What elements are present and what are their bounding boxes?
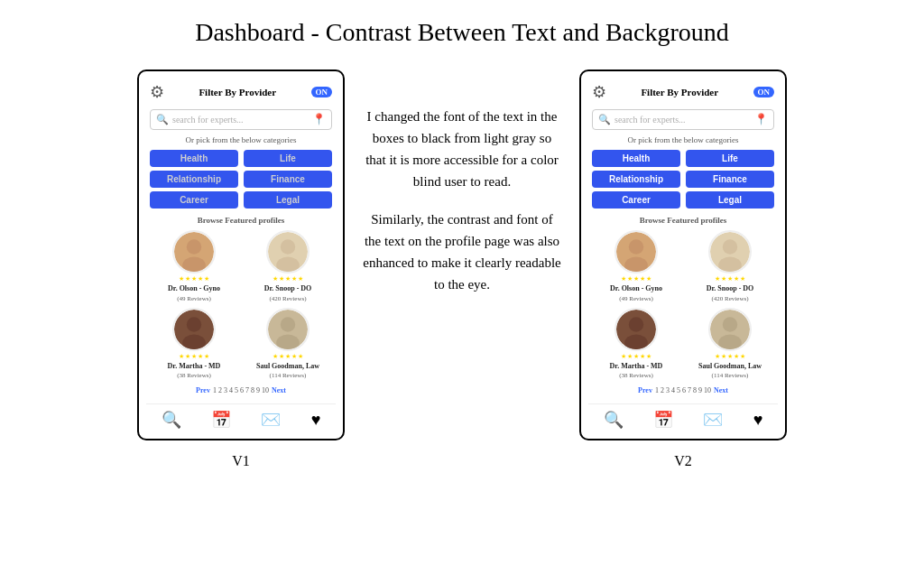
v2-bottom-nav: 🔍 📅 ✉️ ♥ [588, 403, 778, 430]
svg-point-10 [281, 317, 296, 332]
v1-btn-career[interactable]: Career [150, 191, 238, 209]
v1-filter-text: Filter By Provider [199, 87, 276, 97]
v2-heart-nav-icon[interactable]: ♥ [753, 411, 763, 430]
v2-avatar-3 [614, 308, 658, 351]
v2-btn-health[interactable]: Health [592, 150, 680, 167]
v2-name-1: Dr. Olson - Gyno [610, 284, 662, 293]
v1-name-1: Dr. Olson - Gyno [168, 284, 220, 293]
v1-reviews-1: (49 Reviews) [177, 295, 211, 302]
middle-description: I changed the font of the text in the bo… [363, 106, 561, 311]
v2-avatar-4 [708, 308, 752, 351]
v2-btn-career[interactable]: Career [592, 191, 680, 209]
v2-btn-legal[interactable]: Legal [686, 191, 774, 209]
v2-calendar-nav-icon[interactable]: 📅 [653, 410, 673, 430]
v1-row-3: Career Legal [150, 191, 332, 209]
v1-profile-3: ★★★★★ Dr. Martha - MD (38 Reviews) [150, 308, 238, 380]
v2-location-icon: 📍 [754, 113, 768, 126]
v1-btn-finance[interactable]: Finance [244, 171, 332, 188]
v1-prev[interactable]: Prev [196, 386, 210, 394]
v1-btn-life[interactable]: Life [244, 150, 332, 167]
v2-profiles-label: Browse Featured profiles [588, 216, 778, 225]
v1-heart-nav-icon[interactable]: ♥ [311, 411, 321, 430]
v2-name-3: Dr. Martha - MD [610, 362, 663, 371]
v1-categories-label: Or pick from the below categories [146, 135, 336, 144]
v2-categories-grid: Health Life Relationship Finance Career … [592, 150, 774, 209]
v2-profile-1: ★★★★★ Dr. Olson - Gyno (49 Reviews) [592, 230, 680, 302]
v1-search-bar[interactable]: 🔍 search for experts... 📍 [150, 109, 332, 130]
v2-row-2: Relationship Finance [592, 171, 774, 188]
v2-label: V2 [674, 453, 692, 469]
v2-avatar-2 [708, 230, 752, 273]
v2-stars-3: ★★★★★ [621, 353, 652, 360]
svg-point-13 [629, 239, 644, 255]
v1-search-icon: 🔍 [156, 114, 169, 125]
v1-phone-container: ⚙ Filter By Provider ON 🔍 search for exp… [137, 70, 345, 469]
description-p1: I changed the font of the text in the bo… [363, 106, 561, 192]
v1-stars-4: ★★★★★ [273, 353, 304, 360]
v1-profiles-label: Browse Featured profiles [146, 216, 336, 225]
v2-btn-finance[interactable]: Finance [686, 171, 774, 188]
v2-profile-2: ★★★★★ Dr. Snoop - DO (420 Reviews) [686, 230, 774, 302]
description-p2: Similarly, the contrast and font of the … [363, 209, 561, 295]
v2-gear-icon: ⚙ [592, 82, 606, 102]
v1-avatar-4 [266, 308, 310, 351]
v1-profiles-grid: ★★★★★ Dr. Olson - Gyno (49 Reviews) ★★★★… [150, 230, 332, 379]
v2-header: ⚙ Filter By Provider ON [588, 80, 778, 104]
svg-point-7 [187, 317, 202, 332]
v1-search-nav-icon[interactable]: 🔍 [162, 410, 181, 430]
gear-icon: ⚙ [150, 82, 164, 102]
v1-label: V1 [232, 453, 250, 469]
v1-name-2: Dr. Snoop - DO [264, 284, 312, 293]
v2-toggle[interactable]: ON [753, 87, 775, 97]
v1-name-3: Dr. Martha - MD [168, 362, 221, 371]
v2-search-nav-icon[interactable]: 🔍 [604, 410, 624, 430]
v1-stars-3: ★★★★★ [179, 353, 210, 360]
v1-row-2: Relationship Finance [150, 171, 332, 188]
v1-location-icon: 📍 [312, 113, 326, 126]
page-title: Dashboard - Contrast Between Text and Ba… [195, 18, 729, 47]
v1-stars-1: ★★★★★ [179, 275, 210, 283]
v1-reviews-4: (114 Reviews) [270, 372, 307, 379]
v1-profile-1: ★★★★★ Dr. Olson - Gyno (49 Reviews) [150, 230, 238, 302]
v2-prev[interactable]: Prev [638, 386, 652, 394]
v1-toggle[interactable]: ON [311, 87, 333, 97]
v1-next[interactable]: Next [272, 386, 286, 394]
v2-filter-text: Filter By Provider [641, 87, 718, 97]
v1-message-nav-icon[interactable]: ✉️ [261, 410, 281, 430]
v2-row-3: Career Legal [592, 191, 774, 209]
v1-btn-relationship[interactable]: Relationship [150, 171, 238, 188]
v2-pagination: Prev 1 2 3 4 5 6 7 8 9 10 Next [588, 386, 778, 394]
v2-stars-4: ★★★★★ [715, 353, 746, 360]
v2-btn-relationship[interactable]: Relationship [592, 171, 680, 188]
v1-header: ⚙ Filter By Provider ON [146, 80, 336, 104]
v1-pagination: Prev 1 2 3 4 5 6 7 8 9 10 Next [146, 386, 336, 394]
v2-reviews-2: (420 Reviews) [711, 295, 748, 302]
v2-search-bar[interactable]: 🔍 search for experts... 📍 [592, 109, 774, 130]
svg-point-1 [187, 239, 202, 255]
v2-phone-container: ⚙ Filter By Provider ON 🔍 search for exp… [579, 70, 787, 469]
v1-page-nums: 1 2 3 4 5 6 7 8 9 10 [213, 386, 269, 394]
v1-calendar-nav-icon[interactable]: 📅 [211, 410, 231, 430]
v2-stars-2: ★★★★★ [715, 275, 746, 283]
v2-page-nums: 1 2 3 4 5 6 7 8 9 10 [655, 386, 711, 394]
svg-point-19 [629, 317, 644, 332]
v2-row-1: Health Life [592, 150, 774, 167]
v1-avatar-1 [172, 230, 216, 273]
v1-btn-health[interactable]: Health [150, 150, 238, 167]
v1-search-text: search for experts... [172, 115, 309, 125]
v2-profile-4: ★★★★★ Saul Goodman, Law (114 Reviews) [686, 308, 774, 380]
v2-message-nav-icon[interactable]: ✉️ [703, 410, 723, 430]
v2-categories-label: Or pick from the below categories [588, 135, 778, 144]
v2-avatar-1 [614, 230, 658, 273]
svg-point-16 [723, 239, 738, 255]
v1-avatar-2 [266, 230, 310, 273]
v2-name-4: Saul Goodman, Law [698, 362, 762, 371]
svg-point-4 [281, 239, 296, 255]
v2-btn-life[interactable]: Life [686, 150, 774, 167]
v2-stars-1: ★★★★★ [621, 275, 652, 283]
v2-search-icon: 🔍 [598, 114, 611, 125]
v2-next[interactable]: Next [714, 386, 728, 394]
v1-btn-legal[interactable]: Legal [244, 191, 332, 209]
v2-reviews-4: (114 Reviews) [712, 372, 749, 379]
v1-categories-grid: Health Life Relationship Finance Career … [150, 150, 332, 209]
